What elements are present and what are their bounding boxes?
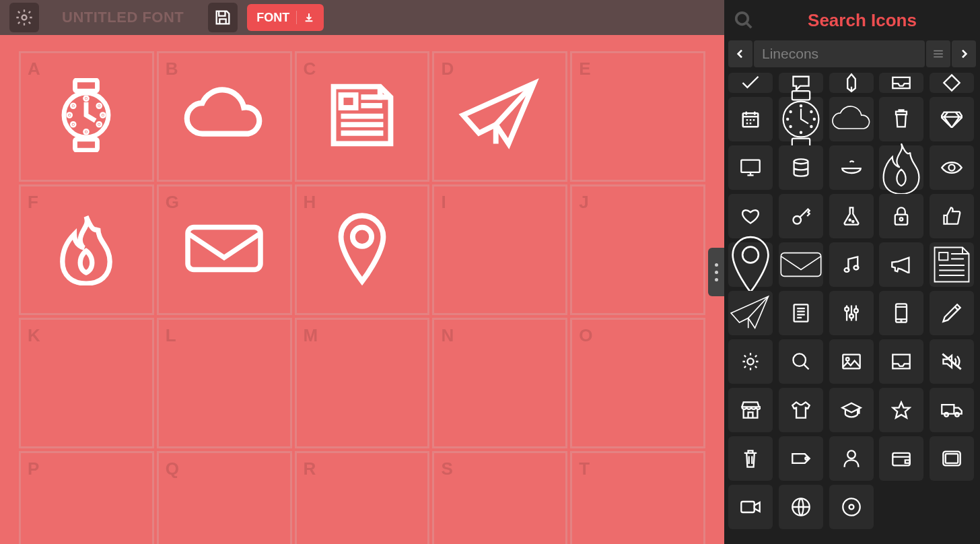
prev-pack-button[interactable] — [728, 40, 753, 67]
library-icon-truck[interactable] — [930, 388, 974, 432]
glyph-cell-H[interactable]: H — [295, 184, 430, 315]
glyph-label: S — [441, 458, 452, 479]
library-icon-tray[interactable] — [879, 339, 923, 384]
glyph-cell-N[interactable]: N — [432, 318, 567, 448]
library-icon-phone[interactable] — [879, 291, 923, 335]
svg-point-52 — [955, 413, 959, 417]
svg-rect-34 — [895, 215, 907, 225]
library-icon-settings[interactable] — [728, 339, 773, 384]
svg-point-4 — [85, 98, 88, 100]
library-icon-trash[interactable] — [728, 436, 773, 481]
pack-name-field[interactable]: Linecons — [754, 40, 925, 67]
library-icon-data[interactable] — [779, 145, 823, 190]
download-font-label: FONT — [256, 11, 289, 25]
glyph-cell-A[interactable]: A — [19, 51, 154, 182]
glyph-label: R — [304, 458, 316, 479]
glyph-label: F — [28, 192, 38, 213]
svg-point-23 — [810, 126, 812, 127]
glyph-cell-J[interactable]: J — [570, 184, 705, 315]
glyph-cell-M[interactable]: M — [295, 318, 430, 448]
svg-point-33 — [852, 221, 853, 222]
glyph-cell-Q[interactable]: Q — [157, 451, 292, 544]
library-icon-diamond[interactable] — [930, 97, 974, 141]
library-icon-mail[interactable] — [779, 242, 823, 287]
svg-rect-37 — [781, 253, 820, 277]
svg-point-39 — [853, 266, 858, 270]
glyph-cell-K[interactable]: K — [19, 318, 154, 448]
library-icon-cd[interactable] — [829, 485, 874, 529]
library-icon-inbox[interactable] — [879, 73, 923, 93]
library-icon-check[interactable] — [728, 73, 773, 93]
sidebar-collapse-handle[interactable] — [708, 248, 724, 296]
glyph-label: B — [166, 59, 178, 79]
download-font-button[interactable]: FONT — [247, 4, 324, 31]
settings-button[interactable] — [9, 3, 39, 32]
search-icon[interactable] — [734, 10, 754, 30]
glyph-cell-G[interactable]: G — [157, 184, 292, 315]
mail-icon — [184, 222, 265, 278]
font-name-label[interactable]: UNTITLED FONT — [62, 9, 184, 26]
glyph-cell-C[interactable]: C — [295, 51, 430, 182]
glyph-label: L — [166, 325, 176, 346]
library-icon-star[interactable] — [879, 388, 923, 432]
library-icon-diamond2[interactable] — [930, 73, 974, 93]
library-icon-watch[interactable] — [779, 97, 823, 141]
pack-list-button[interactable] — [926, 40, 950, 67]
library-icon-display[interactable] — [728, 145, 773, 190]
svg-point-0 — [22, 15, 27, 20]
next-pack-button[interactable] — [952, 40, 976, 67]
svg-rect-57 — [946, 454, 958, 463]
glyph-label: A — [28, 59, 40, 79]
library-icon-lock[interactable] — [879, 194, 923, 238]
glyph-cell-T[interactable]: T — [570, 451, 705, 544]
glyph-cell-B[interactable]: B — [157, 51, 292, 182]
library-icon-key[interactable] — [779, 194, 823, 238]
library-icon-tshirt[interactable] — [779, 388, 823, 432]
save-button[interactable] — [208, 3, 238, 32]
menu-icon — [932, 48, 944, 60]
glyph-label: E — [579, 59, 590, 79]
library-icon-news[interactable] — [930, 242, 974, 287]
library-icon-video[interactable] — [930, 436, 974, 481]
library-icon-lab[interactable] — [829, 194, 874, 238]
svg-point-36 — [742, 247, 759, 263]
library-icon-calendar[interactable] — [728, 97, 773, 141]
svg-rect-41 — [794, 304, 808, 321]
library-icon-search[interactable] — [779, 339, 823, 384]
library-icon-tag[interactable] — [779, 436, 823, 481]
glyph-cell-L[interactable]: L — [157, 318, 292, 448]
library-icon-fire[interactable] — [879, 145, 923, 190]
library-icon-cloud[interactable] — [829, 97, 874, 141]
svg-rect-2 — [75, 139, 98, 151]
library-icon-wallet[interactable] — [879, 436, 923, 481]
library-icon-megaphone[interactable] — [879, 242, 923, 287]
glyph-label: J — [579, 192, 588, 213]
glyph-cell-I[interactable]: I — [432, 184, 567, 315]
library-icon-food[interactable] — [829, 145, 874, 190]
glyph-label: D — [441, 59, 454, 79]
glyph-grid-area: ABCDEFGHIJKLMNOPQRST — [0, 35, 724, 544]
glyph-cell-S[interactable]: S — [432, 451, 567, 544]
download-icon — [304, 12, 314, 23]
library-icon-photo[interactable] — [829, 339, 874, 384]
library-icon-user[interactable] — [829, 436, 874, 481]
glyph-cell-P[interactable]: P — [19, 451, 154, 544]
glyph-cell-D[interactable]: D — [432, 51, 567, 182]
glyph-cell-O[interactable]: O — [570, 318, 705, 448]
library-icon-sound[interactable] — [930, 339, 974, 384]
glyph-cell-E[interactable]: E — [570, 51, 705, 182]
library-icon-music[interactable] — [829, 242, 874, 287]
library-icon-params[interactable] — [829, 291, 874, 335]
library-icon-world[interactable] — [779, 485, 823, 529]
glyph-cell-F[interactable]: F — [19, 184, 154, 315]
library-icon-eye[interactable] — [930, 145, 974, 190]
library-icon-note[interactable] — [779, 291, 823, 335]
glyph-cell-R[interactable]: R — [295, 451, 430, 544]
library-icon-pencil[interactable] — [930, 291, 974, 335]
library-icon-videocam[interactable] — [728, 485, 773, 529]
cloud-icon — [180, 85, 268, 148]
library-icon-study[interactable] — [829, 388, 874, 432]
svg-rect-1 — [75, 80, 98, 92]
library-icon-shop[interactable] — [728, 388, 773, 432]
library-icon-paperplane[interactable] — [728, 291, 773, 335]
